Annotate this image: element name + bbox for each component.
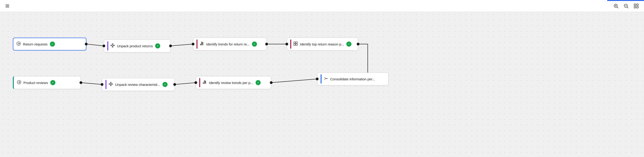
svg-point-28 xyxy=(112,47,113,47)
svg-line-17 xyxy=(81,83,102,84)
svg-rect-12 xyxy=(634,6,636,8)
svg-line-9 xyxy=(627,7,628,8)
svg-rect-11 xyxy=(637,4,638,5)
node-label: Identify review trends per p... xyxy=(209,81,253,85)
app-container: Return requests ✓ Unpack pr xyxy=(0,0,644,157)
network-icon xyxy=(110,43,115,48)
input-port xyxy=(101,83,104,86)
svg-line-59 xyxy=(324,77,326,78)
svg-rect-0 xyxy=(6,4,9,5)
chart-icon xyxy=(200,41,204,47)
svg-rect-39 xyxy=(296,42,298,43)
svg-point-46 xyxy=(110,83,112,85)
svg-rect-34 xyxy=(201,43,202,45)
svg-line-19 xyxy=(271,79,317,83)
svg-rect-13 xyxy=(637,6,638,8)
bar-blue xyxy=(320,74,322,84)
svg-point-50 xyxy=(110,85,111,86)
svg-rect-40 xyxy=(294,44,295,45)
bar-purple xyxy=(106,80,106,89)
output-port xyxy=(357,43,360,45)
svg-point-58 xyxy=(204,81,205,81)
node-unpack-review[interactable]: Unpack review characteristi... ✓ xyxy=(102,78,175,91)
check-icon: ✓ xyxy=(162,82,168,87)
node-consolidate[interactable]: Consolidate information per... xyxy=(317,73,388,85)
node-label: Consolidate information per... xyxy=(330,77,375,81)
check-icon: ✓ xyxy=(50,80,56,85)
check-icon: ✓ xyxy=(346,41,352,47)
node-label: Product reviews xyxy=(24,81,48,85)
grid-icon xyxy=(294,41,298,47)
output-port xyxy=(265,43,268,45)
node-return-requests[interactable]: Return requests ✓ xyxy=(13,38,86,50)
bar-maroon xyxy=(199,78,200,87)
svg-line-18 xyxy=(175,83,196,84)
node-identify-top[interactable]: Identify top return reason p... ✓ xyxy=(287,38,358,50)
node-label: Unpack review characteristi... xyxy=(115,83,160,87)
bar-maroon xyxy=(196,39,198,49)
svg-rect-55 xyxy=(203,82,204,84)
svg-rect-33 xyxy=(200,44,201,45)
split-icon xyxy=(17,80,21,85)
node-label: Return requests xyxy=(23,42,48,46)
svg-line-60 xyxy=(324,78,326,80)
output-port xyxy=(270,81,272,84)
svg-rect-10 xyxy=(634,4,636,5)
svg-point-47 xyxy=(109,84,110,84)
canvas[interactable]: Return requests ✓ Unpack pr xyxy=(0,12,644,157)
input-port xyxy=(102,44,105,47)
fit-screen-button[interactable] xyxy=(632,2,640,10)
svg-point-26 xyxy=(114,45,115,46)
input-port xyxy=(192,43,194,45)
output-port xyxy=(85,43,88,45)
node-label: Unpack product returns xyxy=(117,44,153,48)
input-port xyxy=(194,81,197,84)
node-label: Identify trends for return re... xyxy=(206,42,250,46)
output-port xyxy=(173,83,176,86)
merge-icon xyxy=(324,76,328,81)
svg-point-48 xyxy=(112,84,113,84)
svg-point-36 xyxy=(201,42,202,43)
network-icon xyxy=(109,82,113,87)
input-port xyxy=(286,43,288,45)
bar-maroon xyxy=(290,39,291,49)
sidebar-toggle-button[interactable] xyxy=(4,2,11,10)
svg-rect-2 xyxy=(6,7,9,7)
svg-line-14 xyxy=(86,44,104,46)
node-identify-trends[interactable]: Identify trends for return re... ✓ xyxy=(193,38,266,50)
svg-rect-57 xyxy=(205,81,206,84)
svg-line-6 xyxy=(617,7,618,8)
output-port xyxy=(169,44,172,47)
top-bar xyxy=(0,0,644,12)
zoom-in-button[interactable] xyxy=(612,2,620,10)
bar-purple xyxy=(107,41,108,50)
check-icon: ✓ xyxy=(50,41,55,47)
svg-rect-56 xyxy=(204,81,205,84)
check-icon: ✓ xyxy=(155,43,160,48)
node-unpack-returns[interactable]: Unpack product returns ✓ xyxy=(104,39,170,52)
node-identify-review-trends[interactable]: Identify review trends per p... ✓ xyxy=(196,76,271,89)
svg-marker-62 xyxy=(327,78,328,79)
svg-rect-35 xyxy=(202,42,203,45)
node-label: Identify top return reason p... xyxy=(300,42,344,46)
zoom-out-button[interactable] xyxy=(622,2,630,10)
node-product-reviews[interactable]: Product reviews ✓ xyxy=(13,76,81,89)
svg-rect-38 xyxy=(294,42,295,43)
check-icon: ✓ xyxy=(256,80,261,85)
svg-line-15 xyxy=(170,44,193,46)
check-icon: ✓ xyxy=(252,41,257,47)
svg-point-27 xyxy=(112,43,113,44)
input-port xyxy=(316,78,318,80)
chart-icon xyxy=(202,80,206,85)
svg-point-24 xyxy=(112,45,113,46)
svg-point-25 xyxy=(110,45,112,46)
svg-point-49 xyxy=(110,82,111,83)
output-port xyxy=(80,81,82,84)
svg-rect-1 xyxy=(6,6,9,6)
split-icon xyxy=(16,41,21,47)
svg-rect-41 xyxy=(296,44,298,45)
